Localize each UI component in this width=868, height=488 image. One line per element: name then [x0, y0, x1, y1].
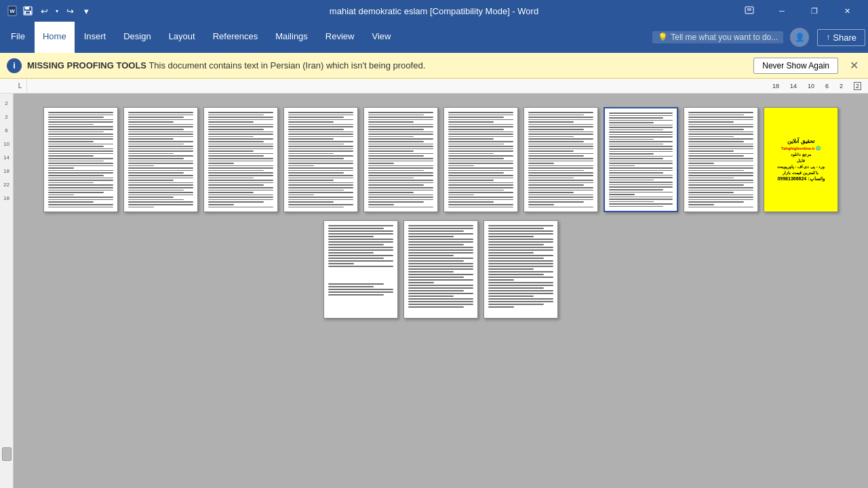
- ruler-side-button[interactable]: L: [14, 79, 27, 94]
- svg-text:W: W: [9, 8, 15, 14]
- page-lines-13: [487, 224, 555, 315]
- svg-rect-5: [26, 12, 30, 14]
- main-area[interactable]: 2 2 6 10 14 18 22 18: [0, 94, 868, 488]
- help-button[interactable]: [734, 0, 765, 22]
- ribbon: File Home Insert Design Layout Reference…: [0, 22, 868, 53]
- tab-design[interactable]: Design: [115, 22, 159, 53]
- undo-qat-button[interactable]: ↩: [37, 3, 52, 18]
- quick-access-toolbar: W ↩ ▾ ↪ ▾: [5, 3, 94, 18]
- never-show-again-button[interactable]: Never Show Again: [753, 58, 838, 74]
- ribbon-search-label: Tell me what you want to do...: [671, 33, 778, 42]
- share-icon: ↑: [826, 33, 830, 42]
- page-thumb-8[interactable]: [604, 107, 678, 212]
- page-lines-4: [287, 110, 355, 209]
- lruler-22: 22: [0, 178, 13, 191]
- ad-sub-1: مرجع دانلود: [791, 152, 811, 157]
- tab-home[interactable]: Home: [35, 22, 75, 53]
- tab-view[interactable]: View: [363, 22, 399, 53]
- ruler-num-6: 6: [825, 83, 829, 89]
- ruler-num-18: 18: [772, 83, 779, 89]
- notification-close-button[interactable]: ✕: [846, 58, 861, 73]
- user-avatar[interactable]: 👤: [790, 28, 809, 47]
- ad-logo: Tahghighonline.ir 🌐: [781, 146, 821, 150]
- ad-sub-2: فایل: [797, 158, 805, 163]
- svg-rect-7: [747, 8, 751, 11]
- page-lines-1: [47, 110, 115, 209]
- page-thumb-11[interactable]: [323, 220, 398, 319]
- page-thumb-6[interactable]: [443, 107, 518, 212]
- close-button[interactable]: ✕: [831, 0, 863, 22]
- page-thumb-4[interactable]: [283, 107, 358, 212]
- ribbon-search[interactable]: 💡 Tell me what you want to do...: [652, 31, 783, 43]
- share-area: 👤 ↑ Share: [790, 28, 865, 47]
- ruler-num-10: 10: [808, 83, 814, 89]
- notification-bar: i MISSING PROOFING TOOLS This document c…: [0, 53, 868, 79]
- tab-insert[interactable]: Insert: [76, 22, 115, 53]
- left-scroll-handle[interactable]: [2, 447, 12, 461]
- document-area: تحقیق آنلاین Tahghighonline.ir 🌐 مرجع دا…: [14, 94, 868, 488]
- ad-page-content: تحقیق آنلاین Tahghighonline.ir 🌐 مرجع دا…: [767, 110, 835, 209]
- lruler-18b: 18: [0, 191, 13, 205]
- page-lines-8: [608, 111, 674, 208]
- lruler-18: 18: [0, 164, 13, 178]
- lruler-2b: 2: [0, 110, 13, 123]
- page-lines-5: [367, 110, 435, 209]
- tab-review[interactable]: Review: [317, 22, 363, 53]
- left-ruler: 2 2 6 10 14 18 22 18: [0, 94, 14, 488]
- page-lines-11: [327, 224, 395, 315]
- notification-bold-text: MISSING PROOFING TOOLS: [27, 60, 146, 70]
- page-thumb-13[interactable]: [484, 220, 558, 319]
- lruler-2a: 2: [0, 96, 13, 110]
- page-thumb-3[interactable]: [203, 107, 278, 212]
- ruler-num-2b: 2: [854, 82, 861, 90]
- page-thumb-12[interactable]: [403, 220, 478, 319]
- lruler-6: 6: [0, 123, 13, 137]
- page-lines-9: [687, 110, 755, 209]
- notification-message: This document contains text in Persian (…: [149, 60, 425, 70]
- page-row-1: تحقیق آنلاین Tahghighonline.ir 🌐 مرجع دا…: [43, 107, 838, 212]
- ad-sub-4: با کمترین قیمت بازار: [783, 170, 818, 175]
- lruler-10: 10: [0, 137, 13, 150]
- page-lines-6: [447, 110, 515, 209]
- page-thumb-7[interactable]: [524, 107, 598, 212]
- page-lines-12: [407, 224, 475, 315]
- title-bar: W ↩ ▾ ↪ ▾ mahiat demokratic eslam [Compa…: [0, 0, 868, 22]
- notification-icon: i: [7, 58, 22, 73]
- page-thumb-2[interactable]: [123, 107, 198, 212]
- save-qat-button[interactable]: [20, 3, 35, 18]
- ad-sub-3: ورد - پی دی اف - پاورپوینت: [777, 164, 825, 169]
- ruler-num-14: 14: [790, 83, 797, 89]
- page-lines-3: [207, 110, 275, 209]
- lruler-14: 14: [0, 150, 13, 164]
- page-lines-7: [527, 110, 595, 209]
- page-thumb-10[interactable]: تحقیق آنلاین Tahghighonline.ir 🌐 مرجع دا…: [764, 107, 838, 212]
- ruler-num-2a: 2: [840, 83, 843, 89]
- svg-rect-3: [25, 7, 29, 9]
- ad-phone: واتساپ: 09981366624: [777, 176, 824, 182]
- ad-title: تحقیق آنلاین: [787, 138, 814, 144]
- customize-qat-button[interactable]: ▾: [79, 3, 94, 18]
- tab-references[interactable]: References: [205, 22, 266, 53]
- title-bar-left: W ↩ ▾ ↪ ▾: [5, 3, 94, 18]
- window-controls: ─ ❐ ✕: [734, 0, 863, 22]
- undo-dropdown[interactable]: ▾: [53, 3, 61, 18]
- page-thumb-5[interactable]: [363, 107, 438, 212]
- tab-file[interactable]: File: [3, 22, 33, 53]
- page-row-2: [323, 220, 558, 319]
- ruler-area: L 18 14 10 6 2 2: [0, 79, 868, 94]
- restore-button[interactable]: ❐: [799, 0, 830, 22]
- app-icon: W: [5, 4, 19, 18]
- minimize-button[interactable]: ─: [766, 0, 797, 22]
- page-thumb-1[interactable]: [43, 107, 118, 212]
- share-button[interactable]: ↑ Share: [817, 29, 865, 46]
- notification-text: MISSING PROOFING TOOLS This document con…: [27, 60, 748, 70]
- window-title: mahiat demokratic eslam [Compatibility M…: [330, 6, 538, 16]
- top-ruler: 18 14 10 6 2 2: [27, 79, 868, 93]
- page-thumb-9[interactable]: [684, 107, 758, 212]
- redo-qat-button[interactable]: ↪: [62, 3, 77, 18]
- tab-mailings[interactable]: Mailings: [267, 22, 316, 53]
- share-label: Share: [833, 33, 856, 43]
- tab-layout[interactable]: Layout: [161, 22, 203, 53]
- page-lines-2: [127, 110, 195, 209]
